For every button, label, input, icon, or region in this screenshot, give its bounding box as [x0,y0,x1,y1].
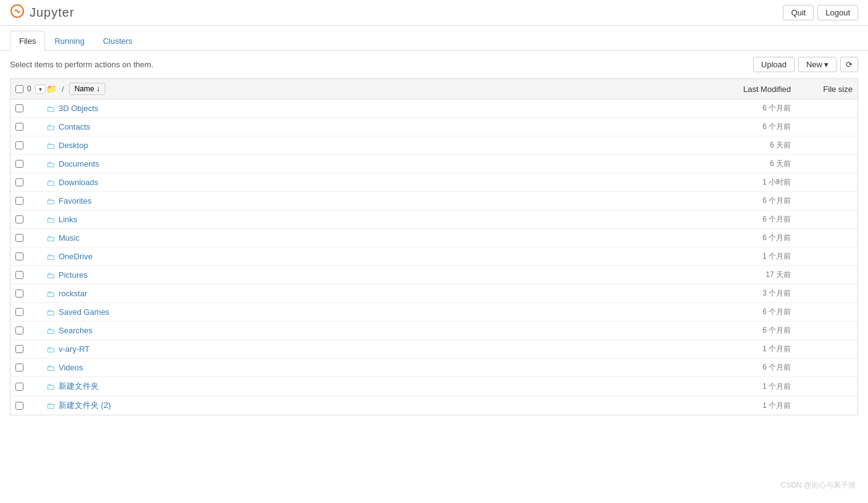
row-checkbox-area [15,178,46,186]
folder-icon: 🗀 [46,104,55,114]
folder-link[interactable]: Saved Games [59,307,109,317]
row-checkbox[interactable] [15,289,23,297]
jupyter-icon [10,4,25,22]
row-checkbox[interactable] [15,104,23,112]
folder-link[interactable]: Music [59,233,80,243]
row-checkbox[interactable] [15,234,23,242]
count-dropdown[interactable]: ▾ [35,85,46,94]
row-checkbox-area [15,289,46,297]
th-size: File size [791,85,853,94]
folder-link[interactable]: v-ary-RT [59,344,89,354]
folder-link[interactable]: 新建文件夹 [59,381,99,392]
row-modified: 6 个月前 [692,122,791,132]
row-modified: 6 天前 [692,140,791,151]
folder-link[interactable]: Documents [59,159,99,168]
table-row: 🗀 Contacts 6 个月前 [10,118,858,136]
logo: Jupyter [10,4,75,22]
row-checkbox[interactable] [15,141,23,149]
table-header: 0 ▾ 📁 / Name ↓ Last Modified File size [10,78,858,99]
folder-link[interactable]: 3D Objects [59,104,98,113]
row-name-cell: 🗀 OneDrive [46,252,692,262]
folder-link[interactable]: OneDrive [59,252,93,261]
tab-clusters[interactable]: Clusters [94,31,142,51]
row-checkbox[interactable] [15,402,23,410]
folder-link[interactable]: Searches [59,326,93,335]
row-checkbox[interactable] [15,383,23,391]
row-checkbox[interactable] [15,345,23,353]
row-checkbox[interactable] [15,364,23,372]
table-row: 🗀 Favorites 6 个月前 [10,192,858,210]
name-sort-button[interactable]: Name ↓ [69,83,105,95]
folder-link[interactable]: Links [59,215,77,224]
row-checkbox[interactable] [15,326,23,335]
table-row: 🗀 新建文件夹 (2) 1 个月前 [10,396,858,415]
logo-text: Jupyter [30,6,75,20]
folder-icon: 🗀 [46,289,55,299]
logout-button[interactable]: Logout [817,5,858,20]
row-name-cell: 🗀 Desktop [46,141,692,151]
row-name-cell: 🗀 Music [46,233,692,243]
toolbar-info: Select items to perform actions on them. [10,60,154,69]
folder-icon: 🗀 [46,159,55,169]
row-name-cell: 🗀 Links [46,215,692,225]
folder-icon: 🗀 [46,363,55,373]
row-checkbox-area [15,197,46,205]
current-path[interactable]: / [62,85,64,94]
row-name-cell: 🗀 Downloads [46,178,692,188]
table-row: 🗀 Searches 6 个月前 [10,322,858,340]
folder-link[interactable]: Favorites [59,196,91,206]
row-name-cell: 🗀 新建文件夹 (2) [46,400,692,411]
folder-link[interactable]: Desktop [59,141,88,150]
folder-link[interactable]: rockstar [59,289,87,298]
table-row: 🗀 v-ary-RT 1 个月前 [10,340,858,359]
row-checkbox-area [15,252,46,260]
header-check-area: 0 ▾ [15,85,46,94]
row-checkbox[interactable] [15,215,23,223]
row-checkbox[interactable] [15,308,23,316]
table-row: 🗀 Documents 6 天前 [10,155,858,173]
quit-button[interactable]: Quit [783,5,814,20]
row-modified: 6 个月前 [692,325,791,336]
row-name-cell: 🗀 新建文件夹 [46,381,692,392]
row-modified: 1 个月前 [692,344,791,354]
row-modified: 1 个月前 [692,401,791,411]
breadcrumb-area: 📁 / [46,84,64,94]
row-checkbox[interactable] [15,197,23,205]
row-modified: 6 个月前 [692,214,791,225]
row-name-cell: 🗀 Saved Games [46,307,692,317]
folder-link[interactable]: Contacts [59,122,90,131]
table-row: 🗀 rockstar 3 个月前 [10,285,858,303]
th-modified: Last Modified [692,85,791,94]
upload-button[interactable]: Upload [753,57,795,72]
folder-link[interactable]: Videos [59,363,83,372]
row-checkbox[interactable] [15,178,23,186]
folder-link[interactable]: Pictures [59,270,88,280]
row-checkbox[interactable] [15,252,23,260]
folder-link[interactable]: 新建文件夹 (2) [59,400,111,411]
table-row: 🗀 Pictures 17 天前 [10,266,858,285]
tabs: Files Running Clusters [0,31,868,51]
row-checkbox-area [15,234,46,242]
tab-files[interactable]: Files [10,31,45,51]
select-all-checkbox[interactable] [15,85,23,93]
th-name: Name ↓ [69,83,692,95]
row-checkbox-area [15,141,46,149]
folder-link[interactable]: Downloads [59,178,98,187]
row-checkbox[interactable] [15,271,23,279]
row-modified: 6 个月前 [692,307,791,317]
folder-icon: 🗀 [46,233,55,243]
row-modified: 6 个月前 [692,196,791,206]
folder-icon: 🗀 [46,252,55,262]
row-checkbox[interactable] [15,160,23,168]
folder-icon: 🗀 [46,326,55,336]
folder-icon: 🗀 [46,270,55,280]
row-modified: 1 小时前 [692,177,791,188]
folder-icon: 🗀 [46,196,55,206]
row-checkbox[interactable] [15,123,23,131]
refresh-button[interactable]: ⟳ [840,57,858,72]
table-row: 🗀 新建文件夹 1 个月前 [10,377,858,396]
tab-running[interactable]: Running [45,31,93,51]
new-button[interactable]: New ▾ [798,57,837,72]
row-checkbox-area [15,345,46,353]
row-name-cell: 🗀 Videos [46,363,692,373]
